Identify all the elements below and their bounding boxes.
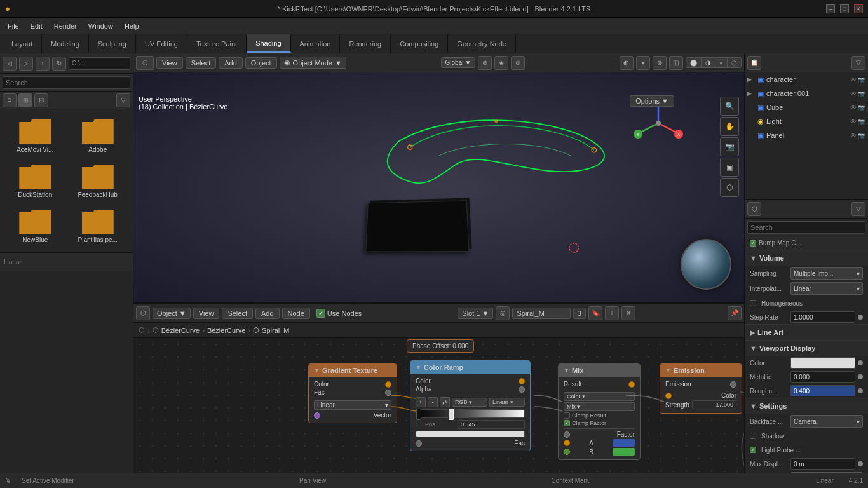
select-button[interactable]: Select (186, 57, 217, 69)
filter-button[interactable]: ▽ (116, 93, 130, 107)
proportional-edit-button[interactable]: ⊙ (511, 56, 525, 70)
eye-icon[interactable]: 👁 (850, 104, 857, 111)
filter-outliner-button[interactable]: ▽ (851, 56, 865, 70)
eye-icon[interactable]: 👁 (850, 90, 857, 97)
back-button[interactable]: ◁ (3, 57, 17, 71)
mix-node[interactable]: ▼ Mix Result Color ▾ Mix ▾ (558, 363, 641, 460)
ramp-handle-0[interactable] (416, 409, 421, 420)
mix-color-dropdown[interactable]: Color ▾ (564, 392, 635, 401)
step-rate-dot[interactable] (858, 315, 863, 320)
emission-out-socket[interactable] (730, 381, 736, 388)
object-mode-dropdown[interactable]: ◉ Object Mode ▼ (280, 57, 346, 69)
ramp-handle-1[interactable] (449, 409, 454, 420)
node-shader-type-button[interactable]: ◎ (496, 306, 510, 320)
color-picker[interactable] (790, 357, 855, 369)
outliner-item-character001[interactable]: ▶ ▣ character 001 👁 📷 (745, 86, 868, 100)
editor-type-button[interactable]: ⬡ (136, 56, 154, 70)
material-slot-num[interactable]: 3 (573, 308, 586, 319)
path-field[interactable]: C:\... (69, 57, 130, 70)
overlay-button[interactable]: ⊚ (653, 56, 667, 70)
outliner-item-character[interactable]: ▶ ▣ character 👁 📷 (745, 72, 868, 86)
node-canvas[interactable]: Color Lines Phase Offset: 0.000 (133, 338, 744, 488)
transform-pivot-button[interactable]: ⊕ (478, 56, 492, 70)
linear-dropdown[interactable]: Linear▾ (314, 400, 391, 410)
eye-icon[interactable]: 👁 (850, 132, 857, 139)
prop-search-input[interactable] (747, 221, 865, 234)
rendered-mode-button[interactable]: ● (715, 58, 728, 67)
color-output-socket[interactable] (385, 381, 391, 388)
mix-mode-dropdown[interactable]: Mix ▾ (564, 402, 635, 411)
big-grid-view-button[interactable]: ⊟ (34, 93, 48, 107)
shadow-checkbox[interactable] (750, 433, 756, 439)
material-name-field[interactable]: Spiral_M (512, 308, 570, 319)
node-select-button[interactable]: Select (222, 308, 253, 319)
linear-ramp-dropdown[interactable]: Linear ▾ (489, 398, 525, 407)
color-in-socket[interactable] (665, 393, 672, 399)
gradient-texture-node[interactable]: ▼ Gradient Texture Color Fac (308, 363, 397, 423)
file-item-feedbackhub[interactable]: FeedbackHub (69, 161, 127, 201)
node-pin-button[interactable]: 📌 (728, 306, 742, 320)
volume-section-header[interactable]: ▼ Volume (745, 250, 868, 266)
fac-in-socket[interactable] (416, 440, 422, 447)
new-material-button[interactable]: + (605, 306, 619, 320)
close-button[interactable]: ✕ (854, 4, 863, 13)
backface-dropdown[interactable]: Camera▾ (790, 415, 863, 428)
fac-output-socket[interactable] (385, 390, 391, 396)
metallic-field[interactable]: 0.000 (790, 371, 855, 383)
material-button[interactable]: ⬡ (721, 179, 738, 196)
file-item-acemovi[interactable]: AceMovi Vi... (6, 116, 64, 156)
b-in-socket[interactable] (564, 449, 570, 455)
browse-material-button[interactable]: 🔖 (588, 306, 602, 320)
material-mode-button[interactable]: ◑ (702, 58, 715, 67)
viewport-display-header[interactable]: ▼ Viewport Display (745, 341, 868, 356)
options-button[interactable]: Options ▼ (630, 95, 674, 107)
prop-editor-type[interactable]: ⬡ (747, 202, 761, 216)
step-rate-field[interactable]: 1.0000 (790, 311, 855, 323)
interpolat-dropdown[interactable]: Linear▾ (790, 282, 863, 295)
eye-icon[interactable]: 👁 (850, 118, 857, 125)
shading-mode-button[interactable]: ● (636, 56, 650, 70)
line-art-header[interactable]: ▶ Line Art (745, 325, 868, 340)
add-button[interactable]: Add (219, 57, 243, 69)
color-dot[interactable] (858, 360, 863, 365)
node-add-button[interactable]: Add (255, 308, 280, 319)
eevee-mode-button[interactable]: ◌ (728, 58, 741, 67)
max-displ-field[interactable]: 0 m (790, 458, 855, 470)
settings-header[interactable]: ▼ Settings (745, 398, 868, 414)
strength-field[interactable]: 17.000 (692, 400, 736, 409)
node-node-button[interactable]: Node (282, 308, 310, 319)
menu-edit[interactable]: Edit (25, 21, 48, 31)
list-view-button[interactable]: ≡ (3, 93, 17, 107)
slot-dropdown[interactable]: Slot 1 ▼ (458, 308, 493, 319)
menu-render[interactable]: Render (49, 21, 82, 31)
tab-layout[interactable]: Layout (3, 34, 42, 53)
pos-value-field[interactable]: 0.345 (458, 420, 525, 429)
forward-button[interactable]: ▷ (19, 57, 33, 71)
add-stop-button[interactable]: + (416, 397, 426, 407)
tab-shading[interactable]: Shading (247, 34, 290, 53)
xray-button[interactable]: ◫ (669, 56, 683, 70)
tab-modeling[interactable]: Modeling (42, 34, 89, 53)
tab-sculpting[interactable]: Sculpting (89, 34, 136, 53)
camera-icon[interactable]: 📷 (858, 76, 865, 83)
camera-icon[interactable]: 📷 (858, 104, 865, 111)
factor-in-socket[interactable] (564, 431, 570, 438)
outliner-item-cube[interactable]: ▣ Cube 👁 📷 (745, 100, 868, 114)
file-item-adobe[interactable]: Adobe (69, 116, 127, 156)
viewport-render-button[interactable]: ◐ (620, 56, 634, 70)
color-ramp-color-out[interactable] (519, 378, 525, 384)
homogeneous-checkbox[interactable] (750, 300, 756, 306)
camera-icon[interactable]: 📷 (858, 132, 865, 139)
snap-button[interactable]: ◈ (494, 56, 508, 70)
refresh-button[interactable]: ↻ (52, 57, 66, 71)
menu-file[interactable]: File (3, 21, 24, 31)
outliner-item-panel[interactable]: ▣ Panel 👁 📷 (745, 128, 868, 142)
tab-geometry-node[interactable]: Geometry Node (448, 34, 516, 53)
tab-texture-paint[interactable]: Texture Paint (187, 34, 247, 53)
render-button[interactable]: ▣ (721, 158, 738, 176)
rgb-dropdown[interactable]: RGB ▾ (452, 398, 487, 407)
max-displ-dot[interactable] (858, 461, 863, 466)
tab-compositing[interactable]: Compositing (391, 34, 448, 53)
camera-icon[interactable]: 📷 (858, 90, 865, 97)
viewport-canvas[interactable]: User Perspective (18) Collection | Bézie… (133, 72, 744, 302)
